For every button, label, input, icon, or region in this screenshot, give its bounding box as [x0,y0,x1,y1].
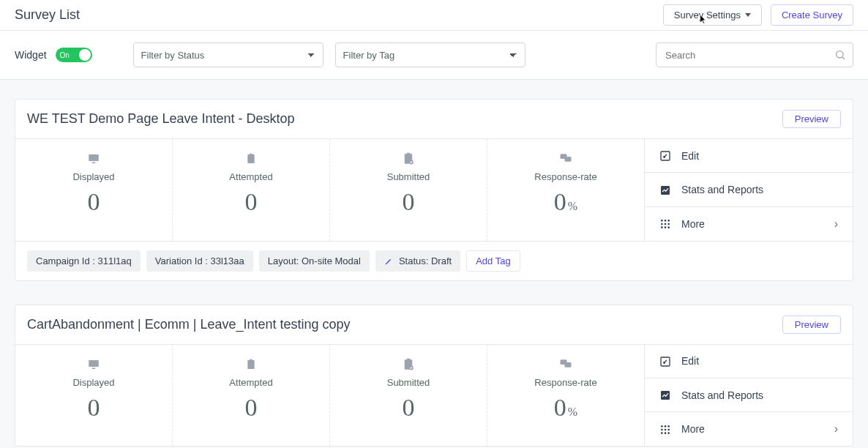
svg-point-37 [665,428,667,430]
more-action[interactable]: More › [645,412,853,446]
svg-line-1 [842,57,845,59]
widget-toggle-group: Widget On [15,48,92,62]
card-body: Displayed 0 Attempted 0 Submitted 0 Resp… [15,138,853,241]
search-wrap [656,42,853,67]
top-actions: Survey Settings Create Survey [663,4,853,26]
metric-submitted: Submitted 0 [330,139,487,241]
svg-point-14 [665,220,667,222]
metric-submitted: Submitted 0 [330,345,487,447]
metric-response-rate: Response-rate 0 [487,139,644,241]
metric-response-rate: Response-rate 0 [487,345,644,447]
svg-rect-4 [247,154,254,163]
card-body: Displayed 0 Attempted 0 Submitted 0 Resp… [15,344,853,447]
metrics-row: Displayed 0 Attempted 0 Submitted 0 Resp… [15,139,644,241]
card-actions: Edit Stats and Reports More › [644,345,853,447]
content-area: WE TEST Demo Page Leave Intent - Desktop… [0,80,868,448]
preview-button[interactable]: Preview [782,110,841,128]
survey-card: WE TEST Demo Page Leave Intent - Desktop… [15,99,853,281]
svg-rect-3 [92,163,96,164]
svg-rect-7 [407,153,411,155]
svg-rect-24 [247,360,254,369]
svg-point-15 [667,220,670,222]
svg-point-40 [665,432,667,434]
tag-variation: Variation Id : 33l13aa [146,250,253,272]
svg-rect-10 [565,157,572,162]
filter-status-select[interactable]: Filter by Status [133,42,323,67]
search-input[interactable] [656,42,853,67]
top-bar: Survey List Survey Settings Create Surve… [0,0,868,31]
svg-point-36 [661,428,663,430]
svg-point-13 [661,220,663,222]
svg-rect-22 [89,360,99,367]
caret-down-icon [745,13,751,17]
widget-label: Widget [15,49,47,61]
card-actions: Edit Stats and Reports More › [644,139,853,241]
chat-icon [487,152,644,167]
chevron-right-icon: › [834,217,838,231]
tag-layout: Layout: On-site Modal [259,250,370,272]
clipboard-icon [173,152,329,167]
svg-point-19 [661,227,663,229]
metric-attempted: Attempted 0 [173,345,330,447]
survey-settings-button[interactable]: Survey Settings [663,4,762,26]
monitor-icon [15,358,172,373]
edit-action[interactable]: Edit [645,345,853,378]
svg-rect-25 [250,359,252,362]
search-icon [834,48,846,61]
edit-icon [659,355,671,367]
chart-icon [659,389,671,401]
svg-rect-27 [407,359,411,361]
toggle-knob [79,49,91,61]
svg-point-20 [665,227,667,229]
stats-action[interactable]: Stats and Reports [645,173,853,206]
svg-point-38 [667,428,670,430]
svg-point-34 [665,425,667,428]
svg-rect-23 [92,367,96,369]
monitor-icon [15,152,172,167]
svg-point-35 [667,425,670,428]
svg-rect-5 [250,154,252,156]
survey-title: CartAbandonment | Ecomm | Leave_Intent t… [27,317,351,332]
preview-button[interactable]: Preview [782,316,841,334]
metric-displayed: Displayed 0 [15,139,173,241]
widget-toggle[interactable]: On [56,48,92,62]
filter-bar: Widget On Filter by Status Filter by Tag [0,31,868,80]
survey-title: WE TEST Demo Page Leave Intent - Desktop [27,111,295,127]
tags-row: Campaign Id : 311l1aq Variation Id : 33l… [15,241,853,280]
card-header: WE TEST Demo Page Leave Intent - Desktop… [15,100,853,138]
pencil-icon [384,255,393,266]
clipboard-check-icon [330,152,487,167]
create-survey-button[interactable]: Create Survey [771,4,853,26]
card-header: CartAbandonment | Ecomm | Leave_Intent t… [15,305,853,344]
edit-icon [659,149,671,162]
chevron-right-icon: › [834,422,838,436]
metric-attempted: Attempted 0 [173,139,330,241]
chart-icon [659,183,671,195]
stats-action[interactable]: Stats and Reports [645,378,853,412]
filter-tag-select[interactable]: Filter by Tag [335,42,525,67]
svg-point-33 [661,425,663,428]
more-action[interactable]: More › [645,207,853,241]
svg-point-39 [661,432,663,434]
clipboard-icon [173,358,329,373]
grid-icon [659,217,671,230]
clipboard-check-icon [330,358,487,373]
edit-action[interactable]: Edit [645,139,853,173]
tag-status: Status: Draft [375,250,460,272]
svg-point-0 [837,51,843,58]
grid-icon [659,423,671,436]
svg-point-18 [667,223,670,225]
svg-rect-2 [89,154,99,161]
metric-displayed: Displayed 0 [15,345,173,447]
svg-rect-30 [565,362,572,367]
metrics-row: Displayed 0 Attempted 0 Submitted 0 Resp… [15,345,644,447]
chat-icon [487,358,644,373]
survey-card: CartAbandonment | Ecomm | Leave_Intent t… [15,305,853,447]
svg-point-21 [667,227,670,229]
tag-campaign: Campaign Id : 311l1aq [27,250,141,272]
svg-point-41 [667,432,670,434]
page-title: Survey List [15,7,80,23]
add-tag-button[interactable]: Add Tag [466,250,520,272]
svg-point-16 [661,223,663,225]
svg-point-17 [665,223,667,225]
